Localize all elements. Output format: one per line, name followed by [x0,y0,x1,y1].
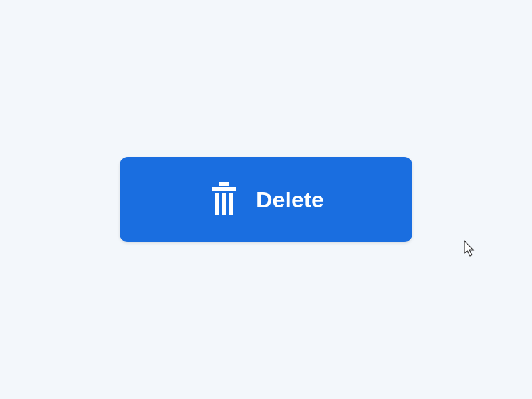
trash-icon [208,182,240,217]
svg-rect-0 [219,182,229,186]
svg-rect-3 [222,193,226,215]
cursor-pointer [464,240,477,259]
svg-rect-2 [215,193,219,215]
delete-button-label: Delete [256,187,324,213]
delete-button[interactable]: Delete [120,157,412,242]
svg-rect-1 [212,187,236,191]
svg-rect-4 [229,193,233,215]
